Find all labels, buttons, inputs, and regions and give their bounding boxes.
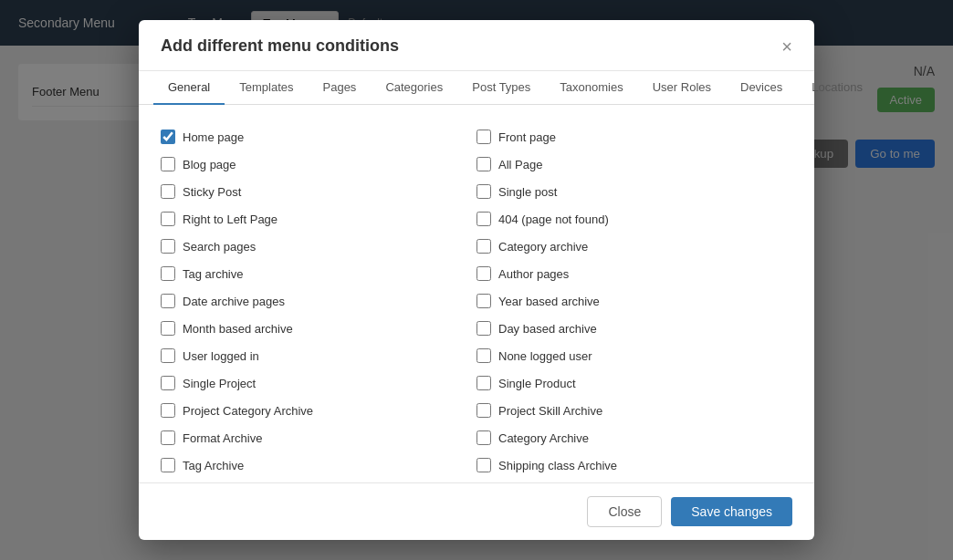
label-sticky-post[interactable]: Sticky Post	[183, 185, 241, 199]
label-search-pages[interactable]: Search pages	[183, 240, 256, 254]
checkbox-item-day-archive: Day based archive	[476, 315, 792, 342]
checkbox-item-year-archive: Year based archive	[476, 287, 792, 315]
checkbox-tag-archive2[interactable]	[161, 458, 175, 472]
label-day-archive[interactable]: Day based archive	[498, 322, 597, 336]
checkbox-item-month-archive: Month based archive	[161, 315, 476, 342]
checkbox-project-category[interactable]	[161, 403, 175, 418]
checkbox-item-home-page: Home page	[161, 123, 476, 150]
label-author-pages[interactable]: Author pages	[498, 267, 569, 281]
label-tag-archive2[interactable]: Tag Archive	[183, 459, 244, 472]
checkbox-item-blog-page: Blog page	[161, 150, 476, 178]
tab-pages[interactable]: Pages	[309, 71, 372, 105]
checkbox-item-rtl: Right to Left Page	[161, 205, 476, 233]
checkbox-category-archive[interactable]	[476, 239, 491, 254]
checkbox-item-shipping-class: Shipping class Archive	[476, 451, 792, 479]
checkbox-item-tag-archive2: Tag Archive	[161, 451, 476, 479]
checkbox-front-page[interactable]	[476, 130, 491, 144]
checkbox-sticky-post[interactable]	[161, 184, 175, 199]
checkbox-item-category-archive: Category archive	[476, 233, 792, 260]
checkbox-item-date-archive: Date archive pages	[161, 287, 476, 315]
tab-devices[interactable]: Devices	[726, 71, 797, 105]
label-tag-archive[interactable]: Tag archive	[183, 267, 243, 281]
checkbox-item-sticky-post: Sticky Post	[161, 178, 476, 205]
modal-tabs: General Templates Pages Categories Post …	[139, 71, 814, 105]
checkbox-project-skill[interactable]	[476, 403, 491, 418]
checkbox-item-404: 404 (page not found)	[476, 205, 792, 233]
checkbox-none-logged[interactable]	[476, 348, 491, 363]
label-shipping-class[interactable]: Shipping class Archive	[498, 459, 617, 472]
checkbox-404-page[interactable]	[476, 212, 491, 226]
tab-general[interactable]: General	[153, 71, 225, 105]
label-project-category[interactable]: Project Category Archive	[183, 404, 313, 418]
label-month-archive[interactable]: Month based archive	[183, 322, 293, 336]
label-front-page[interactable]: Front page	[498, 130, 556, 144]
checkbox-home-page[interactable]	[161, 130, 175, 144]
checkbox-item-tag-archive: Tag archive	[161, 260, 476, 287]
checkbox-rtl-page[interactable]	[161, 212, 175, 226]
label-blog-page[interactable]: Blog page	[183, 158, 236, 171]
checkbox-item-format-archive: Format Archive	[161, 424, 476, 451]
label-category-archive2[interactable]: Category Archive	[498, 431, 589, 445]
label-rtl-page[interactable]: Right to Left Page	[183, 213, 278, 226]
label-format-archive[interactable]: Format Archive	[183, 431, 262, 445]
label-category-archive[interactable]: Category archive	[498, 240, 588, 254]
label-single-post[interactable]: Single post	[498, 185, 557, 199]
checkbox-item-category-archive2: Category Archive	[476, 424, 792, 451]
checkbox-grid: Home page Front page Blog page All Page	[161, 123, 792, 479]
checkbox-year-archive[interactable]	[476, 294, 491, 308]
checkbox-search-pages[interactable]	[161, 239, 175, 254]
checkbox-item-project-skill: Project Skill Archive	[476, 397, 792, 424]
close-button[interactable]: Close	[587, 496, 662, 527]
checkbox-item-front-page: Front page	[476, 123, 792, 150]
tab-templates[interactable]: Templates	[225, 71, 308, 105]
label-date-archive[interactable]: Date archive pages	[183, 295, 285, 308]
tab-locations[interactable]: Locations	[797, 71, 877, 105]
label-404-page[interactable]: 404 (page not found)	[498, 213, 609, 226]
checkbox-date-archive[interactable]	[161, 294, 175, 308]
checkbox-item-single-post: Single post	[476, 178, 792, 205]
checkbox-format-archive[interactable]	[161, 430, 175, 445]
checkbox-item-project-category: Project Category Archive	[161, 397, 476, 424]
checkbox-day-archive[interactable]	[476, 321, 491, 336]
checkbox-month-archive[interactable]	[161, 321, 175, 336]
checkbox-item-all-page: All Page	[476, 150, 792, 178]
modal-body: Home page Front page Blog page All Page	[139, 105, 814, 482]
modal-title: Add different menu conditions	[161, 36, 399, 56]
checkbox-single-post[interactable]	[476, 184, 491, 199]
modal: Add different menu conditions × General …	[139, 20, 814, 540]
checkbox-item-single-product: Single Product	[476, 369, 792, 397]
label-single-project[interactable]: Single Project	[183, 377, 256, 390]
modal-close-button[interactable]: ×	[781, 37, 792, 56]
label-user-logged-in[interactable]: User logged in	[183, 349, 259, 363]
checkbox-blog-page[interactable]	[161, 157, 175, 171]
tab-user-roles[interactable]: User Roles	[638, 71, 726, 105]
checkbox-all-page[interactable]	[476, 157, 491, 171]
tab-post-types[interactable]: Post Types	[457, 71, 545, 105]
checkbox-shipping-class[interactable]	[476, 458, 491, 472]
label-single-product[interactable]: Single Product	[498, 377, 576, 390]
checkbox-author-pages[interactable]	[476, 266, 491, 281]
label-home-page[interactable]: Home page	[183, 130, 244, 144]
modal-footer: Close Save changes	[139, 482, 814, 540]
tab-taxonomies[interactable]: Taxonomies	[545, 71, 637, 105]
checkbox-single-project[interactable]	[161, 376, 175, 390]
checkbox-item-author-pages: Author pages	[476, 260, 792, 287]
checkbox-category-archive2[interactable]	[476, 430, 491, 445]
tab-categories[interactable]: Categories	[371, 71, 457, 105]
save-changes-button[interactable]: Save changes	[671, 497, 792, 526]
label-none-logged[interactable]: None logged user	[498, 349, 592, 363]
checkbox-tag-archive[interactable]	[161, 266, 175, 281]
checkbox-item-search: Search pages	[161, 233, 476, 260]
label-year-archive[interactable]: Year based archive	[498, 295, 600, 308]
checkbox-single-product[interactable]	[476, 376, 491, 390]
checkbox-user-logged-in[interactable]	[161, 348, 175, 363]
label-project-skill[interactable]: Project Skill Archive	[498, 404, 602, 418]
checkbox-item-user-logged-in: User logged in	[161, 342, 476, 369]
checkbox-item-none-logged: None logged user	[476, 342, 792, 369]
checkbox-item-single-project: Single Project	[161, 369, 476, 397]
modal-header: Add different menu conditions ×	[139, 20, 814, 71]
label-all-page[interactable]: All Page	[498, 158, 542, 171]
modal-overlay: Add different menu conditions × General …	[0, 0, 953, 560]
